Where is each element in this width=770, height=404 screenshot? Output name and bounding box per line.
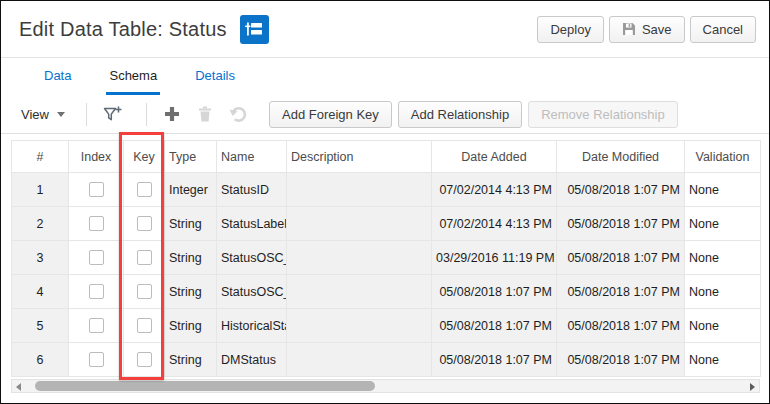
plus-icon xyxy=(163,105,181,123)
data-table-icon xyxy=(240,15,269,44)
cell-row-number: 1 xyxy=(12,173,69,207)
column-header-date-modified: Date Modified xyxy=(557,141,685,173)
cell-index xyxy=(69,275,124,309)
cell-date-added: 05/08/2018 1:07 PM xyxy=(432,343,557,377)
cell-date-modified: 05/08/2018 1:07 PM xyxy=(557,241,685,275)
delete-column-button[interactable] xyxy=(193,101,217,127)
key-checkbox[interactable] xyxy=(137,250,152,265)
cell-name: StatusOSC_t xyxy=(217,241,287,275)
cell-name: StatusLabel xyxy=(217,207,287,241)
horizontal-scrollbar-thumb[interactable] xyxy=(35,381,375,391)
add-column-button[interactable] xyxy=(160,101,184,127)
column-header-number: # xyxy=(12,141,69,173)
index-checkbox[interactable] xyxy=(89,216,104,231)
table-row: 2 String StatusLabel 07/02/2014 4:13 PM … xyxy=(12,207,761,241)
save-button[interactable]: Save xyxy=(609,16,685,43)
cell-type: String xyxy=(165,241,217,275)
table-row: 5 String HistoricalStatus 05/08/2018 1:0… xyxy=(12,309,761,343)
key-checkbox[interactable] xyxy=(137,216,152,231)
relationship-buttons: Add Foreign Key Add Relationship Remove … xyxy=(269,101,678,128)
column-header-type: Type xyxy=(165,141,217,173)
cell-date-modified: 05/08/2018 1:07 PM xyxy=(557,173,685,207)
cell-description xyxy=(287,343,432,377)
cell-validation: None xyxy=(685,207,761,241)
cell-date-modified: 05/08/2018 1:07 PM xyxy=(557,207,685,241)
cell-name: StatusID xyxy=(217,173,287,207)
cell-key xyxy=(124,309,165,343)
cell-key xyxy=(124,207,165,241)
deploy-button[interactable]: Deploy xyxy=(537,16,603,43)
cell-date-modified: 05/08/2018 1:07 PM xyxy=(557,309,685,343)
tab-bar: Data Schema Details xyxy=(1,58,769,95)
cell-description xyxy=(287,241,432,275)
cell-validation: None xyxy=(685,343,761,377)
toolbar-separator xyxy=(146,103,147,126)
view-menu-label: View xyxy=(21,107,49,122)
cell-date-added: 07/02/2014 4:13 PM xyxy=(432,207,557,241)
chevron-down-icon xyxy=(57,112,65,117)
cell-index xyxy=(69,241,124,275)
horizontal-scrollbar[interactable] xyxy=(11,379,760,393)
scroll-left-arrow-icon[interactable] xyxy=(16,383,21,391)
index-checkbox[interactable] xyxy=(89,318,104,333)
undo-icon xyxy=(228,105,248,123)
cell-validation: None xyxy=(685,241,761,275)
undo-button[interactable] xyxy=(226,101,250,127)
page-title: Edit Data Table: Status xyxy=(19,18,227,41)
edit-data-table-window: Edit Data Table: Status Deploy xyxy=(0,0,770,404)
cell-date-added: 05/08/2018 1:07 PM xyxy=(432,309,557,343)
key-checkbox[interactable] xyxy=(137,352,152,367)
tab-data[interactable]: Data xyxy=(41,68,74,95)
index-checkbox[interactable] xyxy=(89,182,104,197)
cell-type: String xyxy=(165,343,217,377)
trash-icon xyxy=(196,105,214,123)
add-relationship-button[interactable]: Add Relationship xyxy=(398,101,522,128)
schema-toolbar: View xyxy=(1,95,769,134)
header-actions: Deploy Save Cancel xyxy=(537,16,756,43)
cell-date-modified: 05/08/2018 1:07 PM xyxy=(557,275,685,309)
remove-relationship-button[interactable]: Remove Relationship xyxy=(528,101,678,128)
table-header-row: # Index Key Type Name Description Date A… xyxy=(12,141,761,173)
filter-button[interactable] xyxy=(100,101,124,127)
column-header-date-added: Date Added xyxy=(432,141,557,173)
table-row: 6 String DMStatus 05/08/2018 1:07 PM 05/… xyxy=(12,343,761,377)
cell-date-modified: 05/08/2018 1:07 PM xyxy=(557,343,685,377)
cell-row-number: 6 xyxy=(12,343,69,377)
cell-type: String xyxy=(165,207,217,241)
key-checkbox[interactable] xyxy=(137,182,152,197)
save-icon xyxy=(622,22,636,36)
cell-type: String xyxy=(165,309,217,343)
cancel-button[interactable]: Cancel xyxy=(690,16,756,43)
index-checkbox[interactable] xyxy=(89,352,104,367)
key-checkbox[interactable] xyxy=(137,318,152,333)
cell-date-added: 05/08/2018 1:07 PM xyxy=(432,275,557,309)
table-row: 3 String StatusOSC_t 03/29/2016 11:19 PM… xyxy=(12,241,761,275)
cell-row-number: 5 xyxy=(12,309,69,343)
cell-date-added: 07/02/2014 4:13 PM xyxy=(432,173,557,207)
column-header-validation: Validation xyxy=(685,141,761,173)
cell-row-number: 2 xyxy=(12,207,69,241)
tab-details[interactable]: Details xyxy=(192,68,238,95)
column-header-name: Name xyxy=(217,141,287,173)
cell-index xyxy=(69,173,124,207)
cell-validation: None xyxy=(685,275,761,309)
cell-validation: None xyxy=(685,173,761,207)
filter-add-icon xyxy=(102,104,123,125)
index-checkbox[interactable] xyxy=(89,250,104,265)
cell-date-added: 03/29/2016 11:19 PM xyxy=(432,241,557,275)
cell-description xyxy=(287,309,432,343)
cell-key xyxy=(124,241,165,275)
cell-description xyxy=(287,207,432,241)
table-row: 1 Integer StatusID 07/02/2014 4:13 PM 05… xyxy=(12,173,761,207)
add-foreign-key-button[interactable]: Add Foreign Key xyxy=(269,101,392,128)
cell-name: HistoricalStatus xyxy=(217,309,287,343)
index-checkbox[interactable] xyxy=(89,284,104,299)
key-checkbox[interactable] xyxy=(137,284,152,299)
cell-validation: None xyxy=(685,309,761,343)
tab-schema[interactable]: Schema xyxy=(106,68,160,95)
save-button-label: Save xyxy=(642,22,672,37)
table-row: 4 String StatusOSC_l 05/08/2018 1:07 PM … xyxy=(12,275,761,309)
view-menu-button[interactable]: View xyxy=(21,107,73,122)
column-header-key: Key xyxy=(124,141,165,173)
scroll-right-arrow-icon[interactable] xyxy=(750,383,755,391)
